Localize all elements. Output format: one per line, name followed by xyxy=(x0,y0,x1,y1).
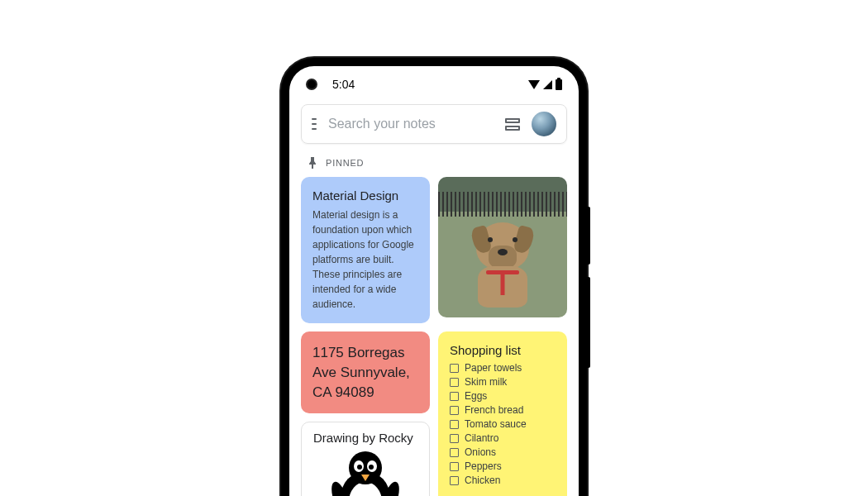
note-shopping-list[interactable]: Shopping list Paper towels Skim milk Egg… xyxy=(438,331,567,496)
search-input[interactable] xyxy=(328,117,494,131)
pinned-section-header: PINNED xyxy=(289,154,579,177)
list-item[interactable]: Eggs xyxy=(450,390,556,402)
phone-screen: 5:04 PINNED xyxy=(289,66,579,496)
svg-point-6 xyxy=(369,465,374,470)
phone-frame: 5:04 PINNED xyxy=(281,58,587,496)
pinned-label: PINNED xyxy=(326,158,364,168)
note-material-design[interactable]: Material Design Material design is a fou… xyxy=(301,177,430,323)
item-label: Onions xyxy=(465,446,496,458)
list-item[interactable]: French bread xyxy=(450,404,556,416)
checkbox[interactable] xyxy=(450,462,459,471)
list-item[interactable]: Onions xyxy=(450,446,556,458)
dog-photo xyxy=(438,177,567,317)
search-bar[interactable] xyxy=(301,104,567,144)
item-label: Peppers xyxy=(465,460,502,472)
list-item[interactable]: Cilantro xyxy=(450,432,556,444)
cellular-signal-icon xyxy=(543,80,552,89)
penguin-drawing xyxy=(328,450,403,496)
pin-icon xyxy=(308,157,317,169)
note-address[interactable]: 1175 Borregas Ave Sunnyvale, CA 94089 xyxy=(301,331,430,413)
list-item[interactable]: Peppers xyxy=(450,460,556,472)
note-title: Material Design xyxy=(312,188,418,203)
note-address-text: 1175 Borregas Ave Sunnyvale, CA 94089 xyxy=(312,343,418,402)
item-label: Chicken xyxy=(465,475,500,486)
wifi-icon xyxy=(528,80,540,89)
note-body: Material design is a foundation upon whi… xyxy=(312,207,418,312)
item-label: French bread xyxy=(465,404,523,416)
notes-grid: Material Design Material design is a fou… xyxy=(289,177,579,496)
item-label: Tomato sauce xyxy=(465,418,527,430)
list-item[interactable]: Chicken xyxy=(450,475,556,486)
layout-toggle-icon[interactable] xyxy=(505,118,520,131)
item-label: Skim milk xyxy=(465,376,507,388)
checkbox[interactable] xyxy=(450,476,459,485)
checklist: Paper towels Skim milk Eggs French bread… xyxy=(450,362,556,486)
checkbox[interactable] xyxy=(450,364,459,373)
checkbox[interactable] xyxy=(450,392,459,401)
avatar[interactable] xyxy=(532,112,556,136)
power-button xyxy=(587,207,590,265)
checkbox[interactable] xyxy=(450,434,459,443)
checkbox[interactable] xyxy=(450,420,459,429)
status-bar: 5:04 xyxy=(289,66,579,99)
checkbox[interactable] xyxy=(450,406,459,415)
status-time: 5:04 xyxy=(332,78,355,91)
menu-icon[interactable] xyxy=(312,118,317,130)
svg-point-5 xyxy=(357,465,362,470)
list-item[interactable]: Skim milk xyxy=(450,376,556,388)
note-title: Drawing by Rocky xyxy=(313,431,417,445)
note-dog-photo[interactable] xyxy=(438,177,567,317)
note-title: Shopping list xyxy=(450,343,556,357)
checkbox[interactable] xyxy=(450,448,459,457)
item-label: Paper towels xyxy=(465,362,522,374)
item-label: Eggs xyxy=(465,390,487,402)
battery-icon xyxy=(556,79,562,90)
note-drawing[interactable]: Drawing by Rocky xyxy=(301,422,430,496)
front-camera xyxy=(306,79,317,90)
item-label: Cilantro xyxy=(465,432,498,444)
list-item[interactable]: Tomato sauce xyxy=(450,418,556,430)
volume-button xyxy=(587,277,590,368)
list-item[interactable]: Paper towels xyxy=(450,362,556,374)
checkbox[interactable] xyxy=(450,378,459,387)
